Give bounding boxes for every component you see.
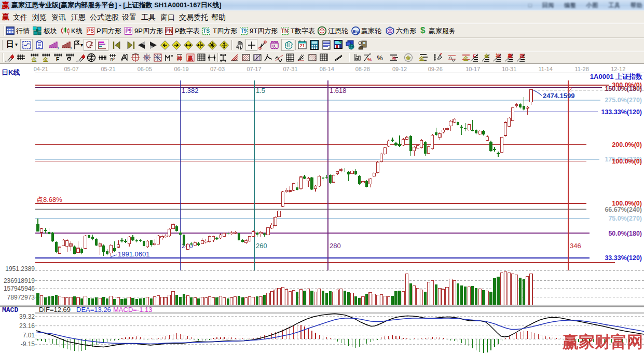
svg-text:TS: TS: [203, 28, 210, 34]
svg-text:150.0%(180): 150.0%(180): [605, 85, 642, 92]
svg-text:11-28: 11-28: [575, 66, 589, 72]
svg-text:05-21: 05-21: [101, 66, 115, 72]
svg-text:3: 3: [57, 46, 59, 50]
svg-text:1951.2389: 1951.2389: [5, 265, 35, 273]
svg-text:08-28: 08-28: [355, 66, 370, 72]
svg-text:金: 金: [419, 56, 424, 61]
svg-text:赢家财富网: 赢家财富网: [562, 333, 643, 351]
svg-text:10-17: 10-17: [465, 66, 480, 72]
svg-text:133.33%(120): 133.33%(120): [601, 108, 642, 116]
svg-text:P9: P9: [125, 28, 132, 34]
svg-text:157945946: 157945946: [4, 285, 35, 292]
svg-text:1.5: 1.5: [256, 87, 265, 94]
svg-text:n²: n²: [111, 57, 116, 62]
svg-text:100.0%(0): 100.0%(0): [612, 158, 642, 165]
svg-text:DIF=12.69: DIF=12.69: [39, 306, 71, 314]
svg-text:四: 四: [519, 53, 525, 59]
svg-text:PN: PN: [166, 28, 173, 34]
svg-text:9: 9: [70, 46, 72, 50]
svg-text:66.67%(240): 66.67%(240): [605, 206, 642, 213]
svg-text:神: 神: [495, 53, 501, 59]
svg-text:T9: T9: [241, 28, 247, 34]
svg-text:275.0%(270): 275.0%(270): [605, 97, 642, 104]
svg-text:23.16: 23.16: [19, 322, 35, 330]
svg-text:21: 21: [300, 43, 305, 48]
svg-text:Big: Big: [352, 29, 359, 34]
svg-text:236918919: 236918919: [4, 277, 35, 284]
svg-text:1A0001 上证指数: 1A0001 上证指数: [590, 73, 642, 80]
svg-text:06-05: 06-05: [138, 66, 152, 72]
svg-text:05-07: 05-07: [64, 66, 78, 72]
svg-text:7.01: 7.01: [23, 332, 35, 339]
svg-text:金: 金: [484, 53, 489, 59]
svg-text:TN: TN: [281, 28, 288, 34]
svg-text:DEA=13.26: DEA=13.26: [76, 306, 111, 314]
svg-text:日K线: 日K线: [2, 69, 20, 76]
svg-text:346: 346: [570, 242, 581, 250]
svg-text:08-14: 08-14: [320, 66, 334, 72]
svg-text:78972973: 78972973: [7, 294, 35, 301]
svg-text:-9.15: -9.15: [21, 341, 35, 348]
svg-text:07-17: 07-17: [246, 66, 261, 72]
svg-text:07-31: 07-31: [283, 66, 297, 72]
svg-text:280: 280: [330, 242, 341, 250]
svg-text:39.32: 39.32: [19, 313, 35, 320]
svg-text:神: 神: [176, 55, 183, 61]
svg-text:200.0%(0): 200.0%(0): [612, 141, 642, 148]
svg-text:1.382: 1.382: [182, 87, 199, 94]
svg-text:50.0%(180): 50.0%(180): [608, 230, 642, 237]
svg-text:33.33%(120): 33.33%(120): [605, 254, 642, 262]
svg-text:07-03: 07-03: [210, 66, 225, 72]
svg-text:点8.68%: 点8.68%: [36, 196, 62, 203]
svg-text:赢: 赢: [187, 55, 194, 61]
svg-text:04-21: 04-21: [34, 66, 48, 72]
svg-text:%: %: [367, 57, 372, 62]
svg-text:MACD=-1.13: MACD=-1.13: [113, 306, 153, 314]
svg-text:金: 金: [405, 55, 411, 61]
svg-text:2474.1599: 2474.1599: [543, 92, 574, 100]
svg-text:%: %: [377, 54, 383, 62]
svg-text:11-14: 11-14: [539, 66, 553, 72]
svg-text:09-26: 09-26: [428, 66, 443, 72]
svg-text:75.0%(270): 75.0%(270): [608, 215, 642, 222]
svg-text:260: 260: [256, 242, 267, 250]
svg-text:PS: PS: [87, 28, 94, 34]
svg-text:赢: 赢: [507, 53, 513, 59]
svg-text:F: F: [473, 53, 476, 59]
svg-text:12-12: 12-12: [611, 66, 625, 72]
svg-text:09-12: 09-12: [392, 66, 407, 72]
svg-text:金: 金: [43, 57, 48, 62]
svg-text:1991.0601: 1991.0601: [118, 250, 149, 258]
svg-text:MACD: MACD: [2, 306, 18, 314]
svg-text:06-19: 06-19: [174, 66, 188, 72]
svg-text:1.618: 1.618: [330, 87, 347, 94]
svg-text:%: %: [392, 56, 396, 61]
svg-text:金: 金: [31, 57, 37, 62]
svg-text:F: F: [56, 57, 59, 62]
svg-text:金: 金: [463, 56, 469, 61]
svg-text:10-31: 10-31: [502, 66, 516, 72]
